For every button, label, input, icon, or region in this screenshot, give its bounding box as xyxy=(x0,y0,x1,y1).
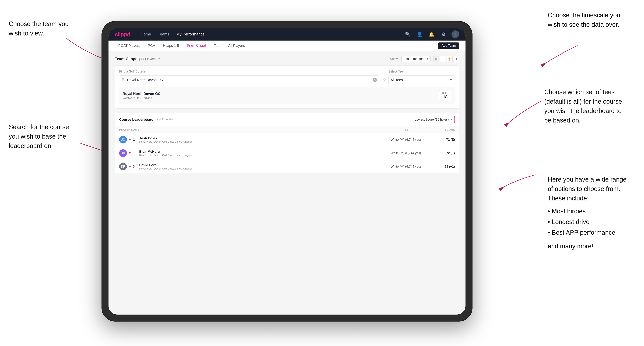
player-avatar-1: JC xyxy=(119,136,127,144)
row-tee-2: White (M) (6,744 yds) xyxy=(381,151,430,155)
table-row: DF ♥ 3 David Ford Royal North Devon Golf… xyxy=(115,160,459,173)
course-location: Westward Ho!, England xyxy=(123,96,439,100)
download-btn[interactable]: ⬇ xyxy=(453,56,459,62)
player-club-2: Royal North Devon Golf Club, United King… xyxy=(139,154,193,157)
settings-icon-btn[interactable]: ⚙ xyxy=(440,30,447,38)
table-row: JC ♥ 1 Josh Coles Royal North Devon Golf… xyxy=(115,133,459,147)
annotation-bottomleft: Search for the course you wish to base t… xyxy=(9,122,89,151)
team-header-right: Show: Last 3 months Last 6 months Last 1… xyxy=(390,56,459,62)
leaderboard-panel: Course Leaderboard, Last 3 months Lowest… xyxy=(115,113,459,173)
leaderboard-table: PLAYER NAME TEE SCORE JC ♥ 1 Josh xyxy=(115,126,459,173)
leaderboard-select-wrap: Lowest Score (18 holes) Most Birdies Lon… xyxy=(412,116,455,123)
tee-select[interactable]: All Tees White Yellow Red xyxy=(388,75,455,84)
player-rank-2: 1 xyxy=(133,151,137,155)
holes-badge: Holes 18 xyxy=(439,90,451,101)
row-player-2: BM ♥ 1 Blair McHarg Royal North Devon Go… xyxy=(119,149,381,157)
subnav: PGAT Players PGA Hcaps 1-5 Team Clippd T… xyxy=(108,40,466,51)
row-tee-3: White (M) (6,744 yds) xyxy=(381,165,430,169)
player-avatar-2: BM xyxy=(119,149,127,157)
leaderboard-col-headers: PLAYER NAME TEE SCORE xyxy=(115,126,459,133)
holes-label: Holes xyxy=(442,92,448,95)
ipad-screen: clippd Home Teams My Performance 🔍 👤 🔔 ⚙… xyxy=(108,28,466,315)
subnav-team-clippd[interactable]: Team Clippd xyxy=(183,42,210,49)
heart-icon-3[interactable]: ♥ xyxy=(129,165,131,169)
leaderboard-header: Course Leaderboard, Last 3 months Lowest… xyxy=(115,113,459,126)
search-panel-labels: Find a Golf Course Select Tee xyxy=(119,70,455,73)
row-player-3: DF ♥ 3 David Ford Royal North Devon Golf… xyxy=(119,163,381,170)
course-result: Royal North Devon GC Westward Ho!, Engla… xyxy=(119,87,455,104)
edit-icon[interactable]: ✏ xyxy=(158,57,160,61)
team-header: Team Clippd | 14 Players ✏ Show: Last 3 … xyxy=(115,56,459,62)
search-panel: Find a Golf Course Select Tee 🔍 ✕ ☆ All xyxy=(115,65,459,109)
col-header-tee: TEE xyxy=(381,128,430,131)
nav-home[interactable]: Home xyxy=(141,32,151,36)
player-avatar-3: DF xyxy=(119,163,127,170)
show-select[interactable]: Last 3 months Last 6 months Last 12 mont… xyxy=(402,56,430,62)
annotation-topright: Choose the timescale you wish to see the… xyxy=(548,10,635,29)
team-player-count: | 14 Players xyxy=(139,57,156,61)
app-container: clippd Home Teams My Performance 🔍 👤 🔔 ⚙… xyxy=(108,28,466,315)
search-input[interactable] xyxy=(127,78,373,82)
heart-icon-1[interactable]: ♥ xyxy=(129,138,131,142)
subnav-tour[interactable]: Tour xyxy=(210,42,224,49)
annotation-topleft: Choose the team you wish to view. xyxy=(9,19,68,38)
player-rank-1: 1 xyxy=(133,138,137,142)
nav-my-performance[interactable]: My Performance xyxy=(176,32,204,36)
trophy-view-btn[interactable]: 🏆 xyxy=(446,56,452,62)
leaderboard-title: Course Leaderboard, xyxy=(119,118,154,122)
navbar: clippd Home Teams My Performance 🔍 👤 🔔 ⚙… xyxy=(108,28,466,40)
navbar-icons: 🔍 👤 🔔 ⚙ 👤 xyxy=(404,30,459,38)
col-header-score: SCORE xyxy=(430,128,455,131)
table-row: BM ♥ 1 Blair McHarg Royal North Devon Go… xyxy=(115,147,459,160)
heart-icon-2[interactable]: ♥ xyxy=(129,151,131,155)
search-icon: 🔍 xyxy=(122,78,125,82)
player-club-1: Royal North Devon Golf Club, United King… xyxy=(139,140,193,143)
search-icon-btn[interactable]: 🔍 xyxy=(404,30,412,38)
row-player-1: JC ♥ 1 Josh Coles Royal North Devon Golf… xyxy=(119,136,381,144)
holes-value: 18 xyxy=(442,95,448,99)
course-info: Royal North Devon GC Westward Ho!, Engla… xyxy=(123,92,439,100)
app-logo: clippd xyxy=(115,31,130,37)
row-tee-1: White (M) (6,744 yds) xyxy=(381,138,430,142)
list-view-btn[interactable]: ☰ xyxy=(440,56,446,62)
player-club-3: Royal North Devon Golf Club, United King… xyxy=(139,167,193,170)
view-icons: ⊞ ☰ 🏆 ⬇ xyxy=(433,56,459,62)
bell-icon-btn[interactable]: 🔔 xyxy=(428,30,436,38)
player-name-2: Blair McHarg xyxy=(139,150,193,154)
select-tee-label: Select Tee xyxy=(388,70,455,73)
main-content: Team Clippd | 14 Players ✏ Show: Last 3 … xyxy=(108,51,466,315)
ipad-frame: clippd Home Teams My Performance 🔍 👤 🔔 ⚙… xyxy=(102,21,472,322)
user-avatar[interactable]: 👤 xyxy=(452,30,459,38)
favorite-icon[interactable]: ☆ xyxy=(383,78,386,82)
player-rank-3: 3 xyxy=(133,165,137,169)
subnav-pga[interactable]: PGA xyxy=(144,42,159,49)
search-input-wrap[interactable]: 🔍 ✕ xyxy=(119,75,379,84)
bullet-list: Most birdies Longest drive Best APP perf… xyxy=(548,206,635,238)
grid-view-btn[interactable]: ⊞ xyxy=(433,56,439,62)
score-type-select[interactable]: Lowest Score (18 holes) Most Birdies Lon… xyxy=(412,116,455,123)
leaderboard-subtitle: Last 3 months xyxy=(156,118,173,121)
row-score-2: 72 (E) xyxy=(430,151,455,155)
subnav-pgat[interactable]: PGAT Players xyxy=(115,42,144,49)
navbar-links: Home Teams My Performance xyxy=(141,32,404,36)
annotation-bottomright: Here you have a wide range of options to… xyxy=(548,175,635,251)
player-name-3: David Ford xyxy=(139,163,193,167)
row-score-1: 72 (E) xyxy=(430,138,455,142)
col-header-player: PLAYER NAME xyxy=(119,128,381,131)
nav-teams[interactable]: Teams xyxy=(158,32,170,36)
course-name: Royal North Devon GC xyxy=(123,92,439,96)
find-course-label: Find a Golf Course xyxy=(119,70,388,73)
team-title: Team Clippd xyxy=(115,57,138,61)
search-clear-button[interactable]: ✕ xyxy=(373,78,377,82)
people-icon-btn[interactable]: 👤 xyxy=(416,30,424,38)
row-score-3: 73 (+1) xyxy=(430,165,455,169)
subnav-all-players[interactable]: All Players xyxy=(225,42,248,49)
show-label: Show: xyxy=(390,57,399,61)
subnav-hcaps[interactable]: Hcaps 1-5 xyxy=(160,42,182,49)
annotation-middleright: Choose which set of tees (default is all… xyxy=(544,87,635,125)
search-row: 🔍 ✕ ☆ All Tees White Yellow Red xyxy=(119,75,455,84)
tee-select-wrap: All Tees White Yellow Red xyxy=(388,75,455,84)
add-team-button[interactable]: Add Team xyxy=(438,42,459,49)
player-name-1: Josh Coles xyxy=(139,136,193,140)
